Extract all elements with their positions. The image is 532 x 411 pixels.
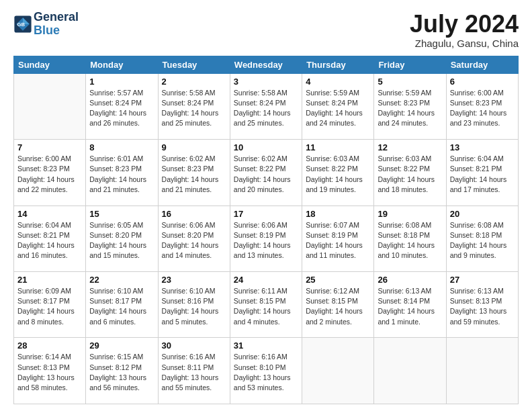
weekday-header: Sunday <box>14 56 86 73</box>
day-number: 4 <box>306 77 370 87</box>
calendar-cell: 31Sunrise: 6:16 AM Sunset: 8:10 PM Dayli… <box>230 338 302 404</box>
calendar-cell <box>302 338 374 404</box>
day-number: 10 <box>234 142 298 152</box>
header: GB General Blue July 2024 Zhagulu, Gansu… <box>13 11 519 49</box>
calendar-cell: 7Sunrise: 6:00 AM Sunset: 8:23 PM Daylig… <box>14 140 86 205</box>
day-info: Sunrise: 6:02 AM Sunset: 8:23 PM Dayligh… <box>162 154 226 195</box>
day-info: Sunrise: 6:00 AM Sunset: 8:23 PM Dayligh… <box>450 88 515 129</box>
day-number: 9 <box>162 142 226 152</box>
calendar-cell: 28Sunrise: 6:14 AM Sunset: 8:13 PM Dayli… <box>14 338 86 404</box>
calendar-cell: 30Sunrise: 6:16 AM Sunset: 8:11 PM Dayli… <box>158 338 230 404</box>
calendar: SundayMondayTuesdayWednesdayThursdayFrid… <box>13 56 519 404</box>
calendar-cell: 2Sunrise: 5:58 AM Sunset: 8:24 PM Daylig… <box>158 73 230 139</box>
day-info: Sunrise: 6:07 AM Sunset: 8:19 PM Dayligh… <box>306 220 370 261</box>
day-number: 3 <box>234 77 298 87</box>
day-number: 6 <box>450 77 515 87</box>
calendar-cell: 14Sunrise: 6:04 AM Sunset: 8:21 PM Dayli… <box>14 205 86 271</box>
calendar-cell: 17Sunrise: 6:06 AM Sunset: 8:19 PM Dayli… <box>230 205 302 271</box>
calendar-cell: 16Sunrise: 6:06 AM Sunset: 8:20 PM Dayli… <box>158 205 230 271</box>
subtitle: Zhagulu, Gansu, China <box>410 38 519 49</box>
day-info: Sunrise: 5:59 AM Sunset: 8:23 PM Dayligh… <box>378 88 442 129</box>
day-number: 5 <box>378 77 442 87</box>
day-info: Sunrise: 6:13 AM Sunset: 8:14 PM Dayligh… <box>378 286 442 327</box>
calendar-cell <box>446 338 518 404</box>
day-info: Sunrise: 6:14 AM Sunset: 8:13 PM Dayligh… <box>17 352 82 393</box>
day-info: Sunrise: 5:58 AM Sunset: 8:24 PM Dayligh… <box>234 88 298 129</box>
day-number: 14 <box>17 209 82 219</box>
calendar-cell: 4Sunrise: 5:59 AM Sunset: 8:24 PM Daylig… <box>302 73 374 139</box>
calendar-cell: 13Sunrise: 6:04 AM Sunset: 8:21 PM Dayli… <box>446 140 518 205</box>
month-title: July 2024 <box>410 11 519 38</box>
day-info: Sunrise: 6:15 AM Sunset: 8:12 PM Dayligh… <box>89 352 154 393</box>
day-number: 23 <box>162 275 226 285</box>
calendar-cell: 1Sunrise: 5:57 AM Sunset: 8:24 PM Daylig… <box>86 73 158 139</box>
day-info: Sunrise: 6:05 AM Sunset: 8:20 PM Dayligh… <box>89 220 154 261</box>
day-info: Sunrise: 5:58 AM Sunset: 8:24 PM Dayligh… <box>162 88 226 129</box>
calendar-cell: 9Sunrise: 6:02 AM Sunset: 8:23 PM Daylig… <box>158 140 230 205</box>
calendar-cell: 11Sunrise: 6:03 AM Sunset: 8:22 PM Dayli… <box>302 140 374 205</box>
calendar-cell: 8Sunrise: 6:01 AM Sunset: 8:23 PM Daylig… <box>86 140 158 205</box>
calendar-cell: 18Sunrise: 6:07 AM Sunset: 8:19 PM Dayli… <box>302 205 374 271</box>
day-info: Sunrise: 6:08 AM Sunset: 8:18 PM Dayligh… <box>378 220 442 261</box>
calendar-cell: 3Sunrise: 5:58 AM Sunset: 8:24 PM Daylig… <box>230 73 302 139</box>
weekday-header: Thursday <box>302 56 374 73</box>
day-number: 21 <box>17 275 82 285</box>
calendar-header-row: SundayMondayTuesdayWednesdayThursdayFrid… <box>14 56 519 73</box>
weekday-header: Monday <box>86 56 158 73</box>
calendar-cell: 27Sunrise: 6:13 AM Sunset: 8:13 PM Dayli… <box>446 272 518 338</box>
calendar-cell: 29Sunrise: 6:15 AM Sunset: 8:12 PM Dayli… <box>86 338 158 404</box>
calendar-cell: 6Sunrise: 6:00 AM Sunset: 8:23 PM Daylig… <box>446 73 518 139</box>
day-info: Sunrise: 6:03 AM Sunset: 8:22 PM Dayligh… <box>306 154 370 195</box>
day-info: Sunrise: 6:13 AM Sunset: 8:13 PM Dayligh… <box>450 286 515 327</box>
calendar-cell: 19Sunrise: 6:08 AM Sunset: 8:18 PM Dayli… <box>374 205 446 271</box>
day-number: 19 <box>378 209 442 219</box>
day-number: 12 <box>378 142 442 152</box>
day-number: 15 <box>89 209 154 219</box>
calendar-cell: 15Sunrise: 6:05 AM Sunset: 8:20 PM Dayli… <box>86 205 158 271</box>
logo-text: General Blue <box>34 11 79 38</box>
day-info: Sunrise: 6:16 AM Sunset: 8:10 PM Dayligh… <box>234 352 298 393</box>
day-number: 7 <box>17 142 82 152</box>
calendar-cell: 26Sunrise: 6:13 AM Sunset: 8:14 PM Dayli… <box>374 272 446 338</box>
week-row: 21Sunrise: 6:09 AM Sunset: 8:17 PM Dayli… <box>14 272 519 338</box>
day-info: Sunrise: 6:10 AM Sunset: 8:16 PM Dayligh… <box>162 286 226 327</box>
calendar-cell <box>374 338 446 404</box>
day-number: 28 <box>17 340 82 351</box>
day-info: Sunrise: 6:01 AM Sunset: 8:23 PM Dayligh… <box>89 154 154 195</box>
calendar-cell: 20Sunrise: 6:08 AM Sunset: 8:18 PM Dayli… <box>446 205 518 271</box>
weekday-header: Saturday <box>446 56 518 73</box>
day-info: Sunrise: 6:04 AM Sunset: 8:21 PM Dayligh… <box>17 220 82 261</box>
day-info: Sunrise: 5:59 AM Sunset: 8:24 PM Dayligh… <box>306 88 370 129</box>
page: GB General Blue July 2024 Zhagulu, Gansu… <box>0 0 532 411</box>
calendar-cell: 25Sunrise: 6:12 AM Sunset: 8:15 PM Dayli… <box>302 272 374 338</box>
week-row: 14Sunrise: 6:04 AM Sunset: 8:21 PM Dayli… <box>14 205 519 271</box>
day-info: Sunrise: 6:03 AM Sunset: 8:22 PM Dayligh… <box>378 154 442 195</box>
day-number: 16 <box>162 209 226 219</box>
calendar-cell: 10Sunrise: 6:02 AM Sunset: 8:22 PM Dayli… <box>230 140 302 205</box>
calendar-cell: 21Sunrise: 6:09 AM Sunset: 8:17 PM Dayli… <box>14 272 86 338</box>
day-info: Sunrise: 6:02 AM Sunset: 8:22 PM Dayligh… <box>234 154 298 195</box>
day-number: 31 <box>234 340 298 351</box>
week-row: 1Sunrise: 5:57 AM Sunset: 8:24 PM Daylig… <box>14 73 519 139</box>
title-area: July 2024 Zhagulu, Gansu, China <box>410 11 519 49</box>
day-info: Sunrise: 6:08 AM Sunset: 8:18 PM Dayligh… <box>450 220 515 261</box>
week-row: 28Sunrise: 6:14 AM Sunset: 8:13 PM Dayli… <box>14 338 519 404</box>
week-row: 7Sunrise: 6:00 AM Sunset: 8:23 PM Daylig… <box>14 140 519 205</box>
day-number: 2 <box>162 77 226 87</box>
day-number: 8 <box>89 142 154 152</box>
calendar-cell: 22Sunrise: 6:10 AM Sunset: 8:17 PM Dayli… <box>86 272 158 338</box>
day-number: 11 <box>306 142 370 152</box>
day-number: 20 <box>450 209 515 219</box>
day-info: Sunrise: 6:04 AM Sunset: 8:21 PM Dayligh… <box>450 154 515 195</box>
calendar-cell <box>14 73 86 139</box>
calendar-cell: 23Sunrise: 6:10 AM Sunset: 8:16 PM Dayli… <box>158 272 230 338</box>
day-number: 25 <box>306 275 370 285</box>
day-number: 17 <box>234 209 298 219</box>
day-number: 18 <box>306 209 370 219</box>
logo-icon: GB <box>13 15 32 34</box>
calendar-cell: 24Sunrise: 6:11 AM Sunset: 8:15 PM Dayli… <box>230 272 302 338</box>
day-info: Sunrise: 6:00 AM Sunset: 8:23 PM Dayligh… <box>17 154 82 195</box>
weekday-header: Tuesday <box>158 56 230 73</box>
calendar-cell: 5Sunrise: 5:59 AM Sunset: 8:23 PM Daylig… <box>374 73 446 139</box>
day-number: 1 <box>89 77 154 87</box>
